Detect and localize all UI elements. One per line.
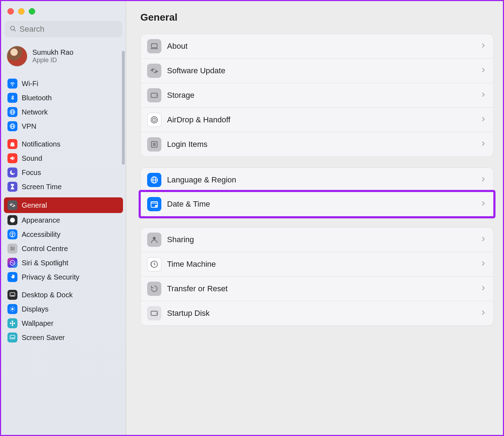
sidebar-item-label: Screen Time (22, 183, 61, 191)
search-icon (9, 25, 17, 34)
sidebar-item-network[interactable]: Network (5, 105, 122, 119)
flower-icon (7, 318, 17, 328)
settings-row-airdrop[interactable]: AirDrop & Handoff (141, 107, 493, 132)
settings-row-label: About (167, 42, 474, 51)
sliders-icon (7, 244, 17, 254)
account-subtitle: Apple ID (32, 57, 74, 64)
clock-icon (147, 257, 161, 271)
moon-icon (7, 168, 17, 177)
settings-row-storage[interactable]: Storage (141, 83, 493, 107)
sidebar-item-wifi[interactable]: Wi-Fi (5, 76, 122, 91)
sidebar-item-label: Focus (22, 169, 41, 177)
sidebar-item-privacy[interactable]: Privacy & Security (5, 270, 122, 284)
sidebar-item-screensaver[interactable]: Screen Saver (5, 330, 122, 345)
settings-row-label: Transfer or Reset (167, 284, 474, 293)
chevron-right-icon (480, 140, 487, 149)
globe-icon (147, 173, 161, 187)
settings-row-login-items[interactable]: Login Items (141, 132, 493, 156)
sidebar-scrollbar[interactable] (122, 51, 125, 165)
chevron-right-icon (480, 176, 487, 184)
gear-icon (7, 200, 17, 210)
settings-row-label: Software Update (167, 66, 474, 75)
settings-section: SharingTime MachineTransfer or ResetStar… (140, 227, 494, 326)
settings-row-label: Login Items (167, 140, 474, 149)
sidebar-item-controlcentre[interactable]: Control Centre (5, 241, 122, 256)
calendar-icon (147, 197, 161, 211)
chevron-right-icon (480, 309, 487, 318)
sidebar-item-vpn[interactable]: VPN (5, 119, 122, 133)
settings-row-about[interactable]: About (141, 34, 493, 58)
settings-row-label: Time Machine (167, 260, 474, 269)
close-window-button[interactable] (7, 8, 14, 15)
settings-row-startup[interactable]: Startup Disk (141, 301, 493, 325)
sidebar-item-label: Desktop & Dock (22, 291, 73, 299)
settings-row-label: Storage (167, 91, 474, 100)
search-field-wrapper[interactable] (5, 21, 122, 37)
settings-row-date-time[interactable]: Date & Time (141, 192, 493, 216)
laptop-icon (147, 39, 161, 53)
sidebar-item-bluetooth[interactable]: Bluetooth (5, 91, 122, 105)
settings-row-time-machine[interactable]: Time Machine (141, 252, 493, 276)
apple-id-account[interactable]: Sumukh Rao Apple ID (5, 44, 122, 73)
sidebar-item-label: Network (22, 108, 48, 116)
settings-row-transfer[interactable]: Transfer or Reset (141, 276, 493, 301)
account-name: Sumukh Rao (32, 48, 74, 57)
sidebar-item-desktop[interactable]: Desktop & Dock (5, 288, 122, 302)
siri-icon (7, 258, 17, 268)
sidebar-item-notifications[interactable]: Notifications (5, 137, 122, 151)
disk-icon (147, 88, 161, 102)
search-input[interactable] (20, 25, 118, 34)
settings-row-label: AirDrop & Handoff (167, 115, 474, 124)
sidebar-item-label: Privacy & Security (22, 273, 79, 281)
sidebar-item-focus[interactable]: Focus (5, 165, 122, 180)
chevron-right-icon (480, 42, 487, 50)
sidebar-item-label: Wi-Fi (22, 80, 38, 88)
settings-row-label: Startup Disk (167, 309, 474, 318)
wifi-icon (7, 79, 17, 89)
settings-section: Language & RegionDate & Time (140, 168, 494, 217)
dock-icon (7, 290, 17, 300)
hand-icon (7, 272, 17, 282)
accessibility-icon (7, 229, 17, 239)
main-pane: General AboutSoftware UpdateStorageAirDr… (126, 1, 503, 435)
highlighted-row: Date & Time (139, 190, 495, 218)
settings-section: AboutSoftware UpdateStorageAirDrop & Han… (140, 34, 494, 157)
avatar (7, 46, 27, 67)
sidebar-item-wallpaper[interactable]: Wallpaper (5, 316, 122, 330)
settings-row-label: Date & Time (167, 200, 474, 209)
chevron-right-icon (480, 260, 487, 268)
sidebar-item-label: Bluetooth (22, 94, 52, 102)
sidebar-item-label: VPN (22, 122, 36, 131)
sidebar-item-siri[interactable]: Siri & Spotlight (5, 256, 122, 270)
screensaver-icon (7, 333, 17, 342)
chevron-right-icon (480, 285, 487, 293)
window-controls (5, 5, 122, 20)
airdrop-icon (147, 113, 161, 127)
sidebar-item-accessibility[interactable]: Accessibility (5, 227, 122, 241)
settings-row-sharing[interactable]: Sharing (141, 228, 493, 252)
globe-icon (7, 107, 17, 117)
sidebar-item-label: Accessibility (22, 230, 60, 239)
zoom-window-button[interactable] (29, 8, 35, 15)
sidebar-item-sound[interactable]: Sound (5, 151, 122, 165)
speaker-icon (7, 153, 17, 163)
sidebar-item-screentime[interactable]: Screen Time (5, 180, 122, 194)
page-title: General (140, 12, 494, 23)
minimize-window-button[interactable] (18, 8, 25, 15)
sidebar-item-label: Appearance (22, 216, 60, 224)
sidebar-item-label: Displays (22, 305, 49, 313)
contrast-icon (7, 215, 17, 225)
sidebar-group: NotificationsSoundFocusScreen Time (5, 137, 122, 194)
settings-row-software-update[interactable]: Software Update (141, 58, 493, 83)
sidebar-group: Wi-FiBluetoothNetworkVPN (5, 76, 122, 133)
sidebar: Sumukh Rao Apple ID Wi-FiBluetoothNetwor… (1, 1, 126, 435)
chevron-right-icon (480, 235, 487, 244)
sidebar-item-general[interactable]: General (4, 197, 123, 213)
sidebar-item-appearance[interactable]: Appearance (5, 213, 122, 227)
sidebar-item-displays[interactable]: Displays (5, 302, 122, 316)
settings-row-language[interactable]: Language & Region (141, 168, 493, 192)
account-text: Sumukh Rao Apple ID (32, 48, 74, 64)
chevron-right-icon (480, 200, 487, 208)
gear-icon (147, 64, 161, 78)
list-icon (147, 137, 161, 151)
